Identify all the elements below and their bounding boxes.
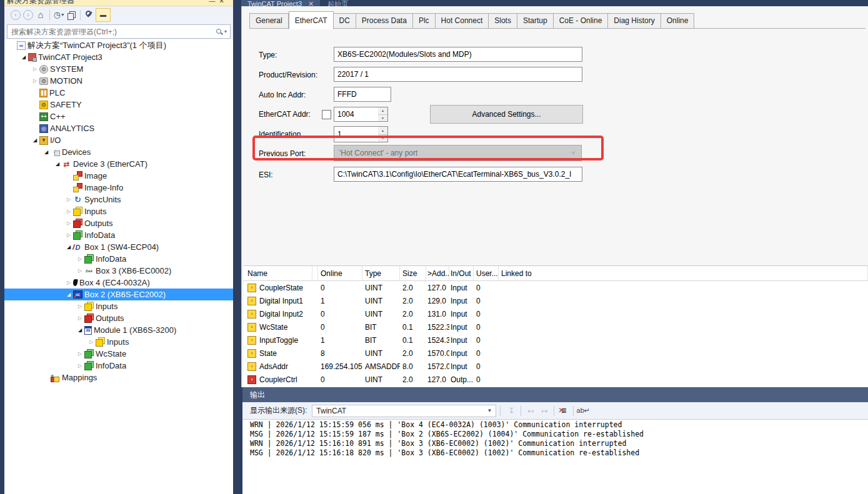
table-row[interactable]: ›CouplerCtrl0UINT2.0127.0Outp...0 [244, 373, 868, 386]
tree-item-infodata[interactable]: ▷InfoData [4, 253, 233, 265]
tree-item-syncunits[interactable]: ▷↻SyncUnits [4, 194, 233, 205]
table-row[interactable]: ›CouplerState0UINT2.0127.0Input0 [244, 281, 868, 294]
type-field[interactable] [334, 47, 582, 62]
chevron-down-icon[interactable]: ▾ [224, 29, 227, 34]
tree-item-system[interactable]: ▷⚙SYSTEM [4, 63, 233, 75]
expand-arrow-icon[interactable]: ▷ [76, 363, 84, 368]
word-wrap-button[interactable]: ab↵ [576, 405, 590, 417]
collapse-arrow-icon[interactable]: ◢ [64, 292, 73, 297]
collapse-arrow-icon[interactable]: ◢ [42, 149, 51, 155]
tree-item-analytics[interactable]: ◎ANALYTICS [4, 122, 233, 134]
ethercat-addr-checkbox[interactable] [322, 110, 331, 119]
tab-general[interactable]: General [249, 13, 289, 29]
table-row[interactable]: ›WcState0BIT0.11522.3Input0 [244, 320, 868, 333]
auto-inc-addr-field[interactable] [334, 87, 391, 102]
tree-item-image[interactable]: Image [4, 170, 233, 182]
ethercat-addr-spinner[interactable]: ▲▼ [378, 107, 388, 122]
column-header-type[interactable]: Type [362, 266, 400, 280]
close-icon[interactable]: ✕ [308, 0, 314, 6]
column-header-user[interactable]: User... [474, 266, 499, 280]
document-tab-start-page[interactable]: 起始页 [320, 0, 356, 6]
tree-item-module-1-xb6s-3200[interactable]: ◢88Module 1 (XB6S-3200) [4, 324, 233, 336]
spin-up-icon[interactable]: ▲ [378, 127, 387, 135]
history-button[interactable]: ◷▾ [52, 9, 65, 21]
close-icon[interactable]: ✕ [219, 0, 228, 4]
column-header-linked-to[interactable]: Linked to [499, 266, 868, 280]
spin-down-icon[interactable]: ▼ [378, 135, 387, 142]
tree-item-twincat-project3-1[interactable]: ∞解决方案“TwinCAT Project3”(1 个项目) [4, 39, 233, 51]
clear-all-button[interactable]: ≣ [557, 405, 571, 417]
column-header-spacer[interactable] [312, 266, 318, 280]
tree-item-plc[interactable]: PLC [4, 87, 233, 99]
document-tab-project[interactable]: TwinCAT Project3✕ [241, 0, 320, 6]
goto-source-button[interactable]: ↧ [504, 405, 518, 417]
expand-arrow-icon[interactable]: ▷ [64, 280, 73, 285]
tree-item-outputs[interactable]: ▷Outputs [4, 312, 233, 324]
tree-item-device-3-ethercat[interactable]: ◢⇄Device 3 (EtherCAT) [4, 158, 233, 170]
collapse-arrow-icon[interactable]: ◢ [31, 137, 39, 143]
table-row[interactable]: ›Digital Input20UINT2.0131.0Input0 [244, 307, 868, 320]
expand-arrow-icon[interactable]: ▷ [76, 304, 84, 309]
expand-arrow-icon[interactable]: ▷ [31, 66, 39, 72]
table-row[interactable]: ›State8UINT2.01570.0Input0 [244, 347, 868, 360]
tree-item-box-4-ec4-0032a[interactable]: ▷Box 4 (EC4-0032A) [4, 277, 233, 289]
expand-arrow-icon[interactable]: ▷ [64, 197, 73, 202]
identification-spinner[interactable]: ▲▼ [378, 126, 388, 142]
table-row[interactable]: ›Digital Input11UINT2.0129.0Input0 [244, 294, 868, 307]
collapse-arrow-icon[interactable]: ◢ [19, 54, 28, 60]
tree-item-infodata[interactable]: ▷InfoData [4, 229, 233, 241]
ethercat-addr-field[interactable] [334, 107, 379, 122]
tab-plc[interactable]: Plc [413, 13, 436, 29]
output-source-dropdown[interactable]: TwinCAT ▼ [312, 405, 496, 417]
tree-item-wcstate[interactable]: ▷WcState [4, 348, 233, 360]
expand-arrow-icon[interactable]: ▷ [76, 268, 84, 274]
collapse-all-button[interactable]: ▬ [96, 8, 111, 22]
tab-diag-history[interactable]: Diag History [608, 13, 661, 29]
product-revision-field[interactable] [334, 67, 582, 82]
sync-with-active-document-button[interactable] [65, 9, 77, 21]
search-box[interactable]: ▾ [7, 24, 231, 39]
identification-field[interactable] [334, 126, 379, 142]
tree-item-inputs[interactable]: ▷Inputs [4, 336, 233, 348]
expand-arrow-icon[interactable]: ▷ [76, 351, 84, 357]
tree-item-infodata[interactable]: ▷InfoData [4, 360, 233, 372]
column-header-in-out[interactable]: In/Out [449, 266, 474, 280]
tab-ethercat[interactable]: EtherCAT [289, 11, 334, 29]
tab-process-data[interactable]: Process Data [356, 13, 413, 29]
tree-item-twincat-project3[interactable]: ◢TwinCAT Project3 [4, 51, 233, 63]
previous-message-button[interactable]: ↤ [524, 405, 537, 417]
expand-arrow-icon[interactable]: ▷ [76, 315, 84, 321]
forward-button[interactable]: › [22, 9, 34, 21]
tree-item-inputs[interactable]: ▷Inputs [4, 300, 233, 312]
back-button[interactable]: ‹ [9, 9, 22, 21]
expand-arrow-icon[interactable]: ▷ [64, 220, 73, 226]
column-header-online[interactable]: Online [318, 266, 362, 280]
tree-item-i-o[interactable]: ◢▼I/O [4, 134, 233, 146]
advanced-settings-button[interactable]: Advanced Settings... [430, 105, 583, 124]
search-icon[interactable] [216, 28, 223, 36]
tree-item-image-info[interactable]: Image-Info [4, 182, 233, 194]
column-header-size[interactable]: Size [400, 266, 426, 280]
expand-arrow-icon[interactable]: ▷ [64, 209, 73, 214]
tree-item-safety[interactable]: ⚙SAFETY [4, 99, 233, 111]
expand-arrow-icon[interactable]: ▷ [76, 256, 84, 262]
tree-item-mappings[interactable]: +Mappings [4, 372, 233, 383]
tab-online[interactable]: Online [661, 13, 695, 29]
column-header-add[interactable]: >Add... [426, 266, 449, 280]
search-input[interactable] [7, 27, 216, 36]
spin-down-icon[interactable]: ▼ [378, 115, 387, 122]
table-row[interactable]: ›InputToggle1BIT0.11524.3Input0 [244, 333, 868, 347]
home-button[interactable]: ⌂ [34, 9, 47, 21]
tree-item-devices[interactable]: ◢+Devices [4, 146, 233, 158]
next-message-button[interactable]: ↦ [537, 405, 551, 417]
expand-arrow-icon[interactable]: ▷ [64, 232, 73, 238]
pin-icon[interactable]: — [209, 0, 219, 4]
expand-arrow-icon[interactable]: ▷ [87, 339, 96, 345]
tab-startup[interactable]: Startup [517, 13, 554, 29]
tree-item-box-2-xb6s-ec2002[interactable]: ◢HCBox 2 (XB6S-EC2002) [4, 289, 233, 300]
expand-arrow-icon[interactable]: ▷ [31, 78, 39, 84]
tab-dc[interactable]: DC [334, 13, 356, 29]
tree-item-box-3-xb6-ec0002[interactable]: ▷DekBox 3 (XB6-EC0002) [4, 265, 233, 277]
collapse-arrow-icon[interactable]: ◢ [53, 161, 62, 167]
collapse-arrow-icon[interactable]: ◢ [76, 327, 84, 333]
